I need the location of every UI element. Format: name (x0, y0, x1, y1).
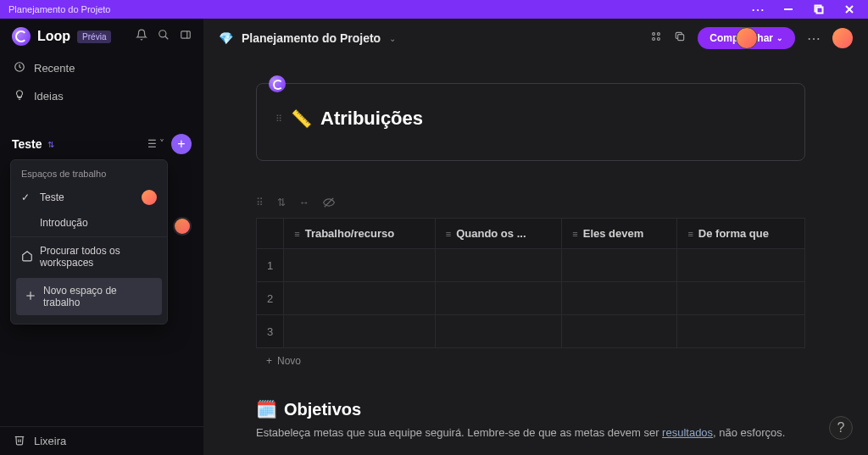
help-button[interactable]: ? (829, 416, 853, 440)
svg-rect-16 (678, 35, 684, 41)
nav-label-ideas: Ideias (34, 90, 64, 103)
divider (11, 236, 167, 237)
avatar (142, 190, 157, 205)
document-body: ⠿ 📏 Atribuições ⠿ ⇅ ↔ ≡Trabalho/recurso (203, 58, 868, 455)
add-row-label: Novo (277, 355, 301, 367)
text-column-icon: ≡ (294, 229, 299, 239)
cell[interactable] (562, 315, 677, 348)
text-column-icon: ≡ (572, 229, 577, 239)
cell[interactable] (284, 315, 436, 348)
pencil-emoji: 📏 (291, 108, 312, 129)
chevron-down-icon[interactable]: ⌄ (389, 34, 396, 43)
sidebar: Loop Prévia Recente Ideias Teste ⇅ ☰ ˅ + (0, 19, 203, 455)
table-row[interactable]: 2 (257, 282, 805, 315)
svg-point-13 (658, 33, 660, 36)
drag-handle-icon[interactable]: ⠿ (256, 197, 264, 211)
cell[interactable] (284, 282, 436, 315)
objectives-section: 🗓️ Objetivos Estabeleça metas que sua eq… (256, 399, 805, 441)
apps-icon[interactable] (650, 31, 662, 46)
sort-icon[interactable]: ⇅ (277, 197, 286, 211)
row-number: 1 (257, 249, 284, 282)
cell[interactable] (677, 315, 805, 348)
preview-badge: Prévia (77, 31, 111, 43)
cell[interactable] (562, 249, 677, 282)
cell[interactable] (677, 282, 805, 315)
add-workspace-button[interactable]: + (171, 134, 192, 154)
text-column-icon: ≡ (687, 229, 693, 239)
add-row-button[interactable]: + Novo (256, 348, 805, 374)
column-header-when[interactable]: ≡Quando os ... (435, 219, 562, 249)
results-link[interactable]: resultados (662, 426, 713, 439)
svg-point-5 (159, 31, 166, 37)
card-title: Atribuições (320, 108, 423, 130)
sort-icon: ⇅ (47, 140, 54, 149)
workspace-option-introducao[interactable]: Introdução (11, 211, 167, 235)
cell[interactable] (562, 282, 677, 315)
browse-workspaces-item[interactable]: Procurar todos os workspaces (11, 239, 167, 275)
svg-rect-2 (817, 8, 823, 14)
cell[interactable] (435, 315, 562, 348)
svg-line-6 (165, 36, 169, 40)
cell[interactable] (435, 282, 562, 315)
check-icon: ✓ (21, 191, 33, 203)
more-options-button[interactable]: ⋯ (743, 0, 773, 19)
objectives-title: Objetivos (284, 400, 361, 419)
panel-icon[interactable] (180, 29, 192, 44)
cell[interactable] (677, 249, 805, 282)
svg-point-15 (658, 37, 660, 40)
search-icon[interactable] (158, 29, 170, 44)
row-number: 3 (257, 315, 284, 348)
window-title: Planejamento do Projeto (3, 4, 110, 14)
text-column-icon: ≡ (446, 229, 451, 239)
collaborator-avatar[interactable] (736, 27, 758, 49)
sidebar-header: Loop Prévia (0, 19, 203, 54)
sidebar-item-recent[interactable]: Recente (0, 54, 203, 82)
new-workspace-item[interactable]: Novo espaço de trabalho (16, 278, 162, 315)
trash-icon (14, 434, 25, 448)
user-avatar[interactable] (832, 28, 853, 48)
assignments-table: ≡Trabalho/recurso ≡Quando os ... ≡Eles d… (256, 218, 805, 374)
close-button[interactable] (834, 0, 865, 19)
diamond-icon: 💎 (219, 31, 233, 45)
workspace-name: Teste (12, 137, 42, 151)
expand-icon[interactable]: ↔ (299, 197, 309, 211)
column-header-must[interactable]: ≡Eles devem (562, 219, 677, 249)
more-icon[interactable]: ⋯ (807, 31, 821, 47)
workspace-option-label: Introdução (40, 217, 88, 229)
objectives-description: Estabeleça metas que sua equipe seguirá.… (256, 424, 805, 441)
browse-workspaces-label: Procurar todos os workspaces (40, 245, 157, 269)
table-controls: ⠿ ⇅ ↔ (256, 197, 805, 211)
window-controls: ⋯ (743, 0, 865, 19)
copy-icon[interactable] (674, 31, 686, 46)
avatar[interactable] (173, 217, 192, 236)
list-options-icon[interactable]: ☰ ˅ (147, 138, 164, 150)
window-titlebar: Planejamento do Projeto ⋯ (0, 0, 868, 19)
table-row[interactable]: 3 (257, 315, 805, 348)
plus-icon (25, 290, 36, 304)
assignments-card: ⠿ 📏 Atribuições (256, 83, 805, 161)
svg-point-14 (653, 37, 655, 40)
minimize-button[interactable] (773, 0, 804, 19)
notifications-icon[interactable] (136, 29, 147, 44)
sidebar-item-ideas[interactable]: Ideias (0, 82, 203, 110)
main-content: 💎 Planejamento do Projeto ⌄ Compartilhar… (203, 19, 868, 455)
workspace-option-label: Teste (40, 191, 64, 203)
workspace-selector[interactable]: Teste ⇅ ☰ ˅ + (0, 125, 203, 163)
cell[interactable] (284, 249, 436, 282)
column-header-sothat[interactable]: ≡De forma que (677, 219, 805, 249)
plus-icon: + (266, 355, 272, 367)
cell[interactable] (435, 249, 562, 282)
table-row[interactable]: 1 (257, 249, 805, 282)
brand-name: Loop (37, 29, 70, 44)
loop-component-icon (269, 75, 286, 92)
page-title: Planejamento do Projeto (242, 31, 381, 45)
clock-icon (14, 61, 25, 75)
home-icon (21, 250, 33, 264)
visibility-icon[interactable] (323, 197, 335, 211)
workspaces-dropdown: Espaços de trabalho ✓ Teste Introdução P… (10, 159, 168, 325)
workspace-option-teste[interactable]: ✓ Teste (11, 184, 167, 211)
sidebar-item-trash[interactable]: Lixeira (0, 426, 203, 455)
column-header-resource[interactable]: ≡Trabalho/recurso (284, 219, 436, 249)
drag-handle-icon[interactable]: ⠿ (275, 114, 282, 125)
maximize-button[interactable] (804, 0, 834, 19)
